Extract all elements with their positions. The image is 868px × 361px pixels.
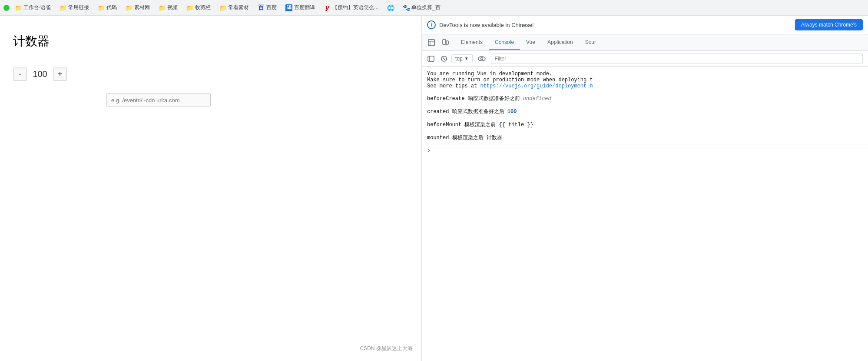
info-icon: i <box>427 20 436 29</box>
context-selector-label: top <box>455 56 463 62</box>
devtools-tab-icons <box>425 37 451 49</box>
clear-console-button[interactable] <box>438 53 450 64</box>
bookmark-baidu[interactable]: 百 百度 <box>254 2 280 13</box>
console-mounted-label: mounted 模板渲染之后 计数器 <box>427 135 502 141</box>
console-before-create-label: beforeCreate 响应式数据准备好之前 <box>427 96 523 102</box>
console-message-before-mount: beforeMount 模板渲染之前 {{ title }} <box>422 118 868 131</box>
folder-icon: 📁 <box>126 4 133 11</box>
device-icon-button[interactable] <box>439 37 451 49</box>
svg-rect-0 <box>428 40 434 46</box>
bookmark-baidu-translate-label: 百度翻译 <box>294 4 315 11</box>
bookmark-common-look[interactable]: 📁 常看素材 <box>216 2 252 13</box>
bookmark-globe[interactable]: 🌐 <box>384 3 398 13</box>
console-vue-warning-text: You are running Vue in development mode.… <box>427 71 593 89</box>
tab-elements[interactable]: Elements <box>455 36 489 50</box>
bookmark-youdao[interactable]: y 【预约】英语怎么... <box>320 2 382 13</box>
baidu-icon: 百 <box>258 4 265 11</box>
bookmark-resources[interactable]: 📁 素材网 <box>122 2 153 13</box>
console-prompt[interactable]: › <box>422 144 868 157</box>
svg-rect-5 <box>428 56 434 61</box>
bookmark-baidu-translate[interactable]: 译 百度翻译 <box>282 2 318 13</box>
sidebar-toggle-button[interactable] <box>425 53 437 64</box>
bookmark-workspace[interactable]: 📁 工作台·语雀 <box>11 2 54 13</box>
console-before-create-value: undefined <box>523 96 551 102</box>
console-output[interactable]: You are running Vue in development mode.… <box>422 67 868 361</box>
bookmark-favorites-label: 收藏栏 <box>195 4 211 11</box>
svg-line-8 <box>443 57 445 60</box>
main-area: 计数器 - 100 + CSDN @星辰迷上大海 i DevTools is n… <box>0 16 868 361</box>
console-message-created: created 响应式数据准备好之后 100 <box>422 105 868 118</box>
context-selector-arrow: ▼ <box>464 56 469 61</box>
vue-deployment-link[interactable]: https://vuejs.org/guide/deployment.h <box>480 83 593 89</box>
counter-value: 100 <box>31 69 49 79</box>
svg-rect-4 <box>446 41 448 44</box>
bookmark-unit-converter[interactable]: 🐾 单位换算_百 <box>399 2 444 13</box>
tab-console[interactable]: Console <box>489 36 520 50</box>
globe-icon: 🌐 <box>387 4 394 11</box>
inspect-icon-button[interactable] <box>425 37 437 49</box>
folder-icon: 📁 <box>219 4 226 11</box>
bookmark-baidu-label: 百度 <box>266 4 277 11</box>
command-input[interactable] <box>106 93 211 107</box>
devtools-notification-bar: i DevTools is now available in Chinese! … <box>422 16 868 34</box>
youdao-icon: y <box>324 4 331 11</box>
folder-icon: 📁 <box>159 4 166 11</box>
console-created-label: created 响应式数据准备好之后 <box>427 109 507 115</box>
bookmark-code[interactable]: 📁 代码 <box>94 2 120 13</box>
bookmark-resources-label: 素材网 <box>134 4 150 11</box>
always-match-button[interactable]: Always match Chrome's <box>795 19 863 30</box>
mac-dot-icon <box>3 5 10 11</box>
folder-icon: 📁 <box>15 4 22 11</box>
bookmark-video-label: 视频 <box>167 4 178 11</box>
folder-icon: 📁 <box>98 4 105 11</box>
tab-vue[interactable]: Vue <box>520 36 541 50</box>
tab-sources[interactable]: Sour <box>579 36 602 50</box>
svg-rect-3 <box>443 40 446 44</box>
bookmark-favorites[interactable]: 📁 收藏栏 <box>183 2 214 13</box>
bookmark-common-links[interactable]: 📁 常用链接 <box>56 2 93 13</box>
command-input-wrapper <box>106 93 211 107</box>
bookmark-common-look-label: 常看素材 <box>228 4 249 11</box>
counter-section: - 100 + <box>13 67 408 81</box>
svg-point-9 <box>478 57 485 61</box>
console-toolbar: top ▼ <box>422 51 868 67</box>
tab-application[interactable]: Application <box>541 36 579 50</box>
page-title: 计数器 <box>13 33 408 50</box>
translate-icon: 译 <box>285 4 292 11</box>
bookmark-workspace-label: 工作台·语雀 <box>23 4 51 11</box>
folder-icon: 📁 <box>186 4 193 11</box>
page-footer: CSDN @星辰迷上大海 <box>360 345 413 352</box>
bookmark-common-links-label: 常用链接 <box>68 4 89 11</box>
bookmark-youdao-label: 【预约】英语怎么... <box>332 4 378 11</box>
bookmark-code-label: 代码 <box>106 4 117 11</box>
devtools-tabs: Elements Console Vue Application Sour <box>422 34 868 51</box>
console-message-vue-warning: You are running Vue in development mode.… <box>422 68 868 92</box>
paw-icon: 🐾 <box>403 4 410 11</box>
decrement-button[interactable]: - <box>13 67 27 81</box>
console-created-value: 100 <box>507 109 517 115</box>
increment-button[interactable]: + <box>53 67 67 81</box>
notification-text: DevTools is now available in Chinese! <box>439 22 792 28</box>
bookmarks-bar: 📁 工作台·语雀 📁 常用链接 📁 代码 📁 素材网 📁 视频 📁 收藏栏 📁 … <box>0 0 868 16</box>
page-content: 计数器 - 100 + CSDN @星辰迷上大海 <box>0 16 421 361</box>
devtools-panel: i DevTools is now available in Chinese! … <box>421 16 868 361</box>
folder-icon: 📁 <box>60 4 66 11</box>
console-filter-input[interactable] <box>491 53 863 64</box>
console-message-mounted: mounted 模板渲染之后 计数器 <box>422 131 868 144</box>
svg-point-10 <box>480 57 483 60</box>
context-selector[interactable]: top ▼ <box>451 54 473 63</box>
console-before-mount-label: beforeMount 模板渲染之前 {{ title }} <box>427 122 533 128</box>
bookmark-video[interactable]: 📁 视频 <box>155 2 181 13</box>
bookmark-unit-converter-label: 单位换算_百 <box>411 4 441 11</box>
eye-icon-button[interactable] <box>476 53 487 64</box>
console-message-before-create: beforeCreate 响应式数据准备好之前 undefined <box>422 92 868 105</box>
